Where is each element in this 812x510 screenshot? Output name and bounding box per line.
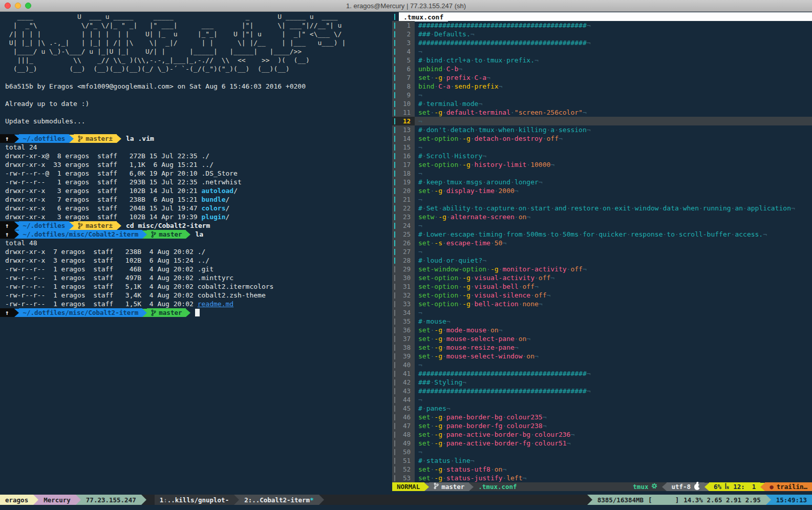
tmux-ip-segment: 77.23.155.247 [81, 495, 141, 505]
vim-line[interactable]: 1#######################################… [392, 21, 812, 30]
vim-line[interactable]: 13#·don't·detach·tmux·when·killing·a·ses… [392, 125, 812, 134]
vim-line[interactable]: 18¬ [392, 169, 812, 178]
vim-line[interactable]: 26set·-s·escape-time·50¬ [392, 239, 812, 247]
vim-line[interactable]: 21¬ [392, 195, 812, 204]
syntax-token: -g [462, 161, 471, 168]
powerline-arrow-icon [141, 495, 146, 505]
vim-pane[interactable]: .tmux.conf 1############################… [392, 12, 812, 491]
active-window-flag: * [310, 496, 314, 504]
vim-line[interactable]: 3#######################################… [392, 38, 812, 47]
vim-line[interactable]: 33set-option·-g·bell-action·none¬ [392, 300, 812, 308]
syntax-token: #·Scroll·History [418, 152, 482, 160]
vim-line[interactable]: 17set-option·-g·history-limit·10000¬ [392, 160, 812, 169]
directory-name[interactable]: colors [202, 204, 226, 212]
shell-pane[interactable]: ____ U ___ u _____ _____ _ U _____ u ___… [0, 12, 391, 317]
syntax-token: set [418, 474, 430, 482]
vim-line[interactable]: 24¬ [392, 221, 812, 230]
syntax-token: mode-mouse [446, 326, 486, 334]
vim-line-content: ########################################… [415, 369, 812, 378]
vim-line[interactable]: 28#·loud·or·quiet?¬ [392, 256, 812, 265]
vim-line[interactable]: 6unbind·C-b¬ [392, 65, 812, 73]
directory-name[interactable]: bundle [202, 196, 226, 203]
line-number-gutter: 18 [392, 169, 415, 178]
tmux-window-1[interactable]: 1:..kills/gnuplot- [155, 495, 234, 505]
vim-line[interactable]: 27¬ [392, 247, 812, 256]
vim-line[interactable]: 40¬ [392, 360, 812, 369]
vim-line[interactable]: 52set·-g·status-utf8·on¬ [392, 465, 812, 474]
vim-line[interactable]: 49set·-g·pane-active-border-fg·colour51¬ [392, 439, 812, 448]
directory-name[interactable]: plugin [202, 213, 226, 221]
vim-line[interactable]: 15¬ [392, 143, 812, 152]
vim-line[interactable]: 53set·-g·status-justify·left¬ [392, 474, 812, 482]
eol-mark: ¬ [763, 230, 767, 238]
zoom-button[interactable] [25, 3, 31, 9]
vim-line[interactable]: 8bind·C-a·send-prefix¬ [392, 82, 812, 91]
terminal[interactable]: ____ U ___ u _____ _____ _ U _____ u ___… [0, 12, 812, 510]
vim-line[interactable]: 51#·status·line¬ [392, 456, 812, 465]
vim-line[interactable]: 11set·-g·default-terminal·"screen-256col… [392, 108, 812, 117]
vim-line[interactable]: 22#·Set·ability·to·capture·on·start·and·… [392, 204, 812, 213]
vim-line[interactable]: 43######################################… [392, 387, 812, 395]
vim-line[interactable]: 35#·mouse¬ [392, 317, 812, 326]
line-number: 33 [395, 300, 415, 308]
vim-line[interactable]: 36set·-g·mode-mouse·on¬ [392, 326, 812, 334]
vim-line[interactable]: 50¬ [392, 448, 812, 456]
file-link[interactable]: readme.md [198, 300, 233, 308]
vim-line[interactable]: 44¬ [392, 395, 812, 404]
branch-icon [151, 309, 156, 316]
commit-line: b6a515b by Eragos <mfo1009@googlemail.co… [0, 82, 391, 91]
minimize-button[interactable] [15, 3, 21, 9]
vim-line[interactable]: 47set·-g·pane-border-fg·colour238¬ [392, 421, 812, 430]
vim-line[interactable]: 4¬ [392, 47, 812, 56]
close-button[interactable] [5, 3, 11, 9]
prompt-arrow-segment: ↑ [0, 308, 14, 317]
vim-line[interactable]: 5#·bind·ctrl+a·to·tmux·prefix.¬ [392, 56, 812, 65]
file-row: -rw-r--r-- 1 eragos staff 46B 4 Aug 20:0… [0, 265, 391, 273]
syntax-token: set-option [418, 283, 458, 290]
vim-line[interactable]: 9¬ [392, 91, 812, 99]
eol-mark: ¬ [482, 152, 486, 160]
vim-line[interactable]: 23setw·-g·alternate-screen·on¬ [392, 213, 812, 221]
line-number: 41 [395, 369, 415, 378]
vim-line[interactable]: 29set-window-option·-g·monitor-activity·… [392, 265, 812, 273]
vim-line[interactable]: 16#·Scroll·History¬ [392, 152, 812, 160]
vim-line[interactable]: 10#·terminal·mode¬ [392, 99, 812, 108]
syntax-token: colour236 [535, 431, 570, 438]
vim-line[interactable]: 7set·-g·prefix·C-a¬ [392, 73, 812, 82]
vim-tab-tmux-conf[interactable]: .tmux.conf [399, 13, 448, 22]
vim-line[interactable]: 34¬ [392, 308, 812, 317]
syntax-token: set [418, 239, 430, 247]
directory-name[interactable]: autoload [202, 187, 234, 195]
vim-line[interactable]: 31set-option·-g·visual-bell·off¬ [392, 282, 812, 291]
syntax-token: colour235 [506, 413, 542, 421]
vim-line[interactable]: 19#·keep·tmux·msgs·around·longer¬ [392, 178, 812, 186]
vim-line-content: set-option·-g·visual-bell·off¬ [415, 282, 812, 291]
vim-line-content: set-window-option·-g·monitor-activity·of… [415, 265, 812, 273]
tmux-window-2-active[interactable]: 2:..Cobalt2-iterm* [239, 495, 318, 505]
line-number-gutter: 43 [392, 387, 415, 395]
vim-line[interactable]: 14set-option·-g·detach-on-destroy·off¬ [392, 134, 812, 143]
vim-line[interactable]: 38set·-g·mouse-resize-pane¬ [392, 343, 812, 352]
prompt-path-segment: ~/.dotfiles/misc/Cobalt2-iterm [19, 308, 143, 317]
vim-line[interactable]: 41######################################… [392, 369, 812, 378]
vim-line[interactable]: 32set-option·-g·visual-silence·off¬ [392, 291, 812, 300]
prompt-branch-segment: master± [74, 221, 117, 230]
syntax-token: -g [434, 335, 442, 343]
vim-line[interactable]: 48set·-g·pane-active-border-bg·colour236… [392, 430, 812, 439]
vim-line[interactable]: 45#·panes¬ [392, 404, 812, 413]
vim-line[interactable]: 12¬ [392, 117, 812, 125]
vim-line[interactable]: 25#·Lower·escape·timing·from·500ms·to·50… [392, 230, 812, 239]
vim-line[interactable]: 2###·Defaults.¬ [392, 30, 812, 38]
syntax-token: off [523, 283, 535, 290]
syntax-token: off [546, 135, 558, 142]
line-number: 32 [395, 291, 415, 300]
vim-line[interactable]: 46set·-g·pane-border-bg·colour235¬ [392, 413, 812, 421]
line-number-gutter: 48 [392, 430, 415, 439]
vim-line[interactable]: 20set·-g·display-time·2000¬ [392, 186, 812, 195]
vim-line[interactable]: 39set·-g·mouse-select-window·on¬ [392, 352, 812, 360]
vim-line[interactable]: 37set·-g·mouse-select-pane·on¬ [392, 334, 812, 343]
line-number: 49 [395, 439, 415, 448]
vim-line[interactable]: 42###·Styling¬ [392, 378, 812, 387]
file-row: drwxr-xr-x 3 eragos staff 102B 14 Jul 20… [0, 186, 391, 195]
vim-line[interactable]: 30set-option·-g·visual-activity·off¬ [392, 273, 812, 282]
